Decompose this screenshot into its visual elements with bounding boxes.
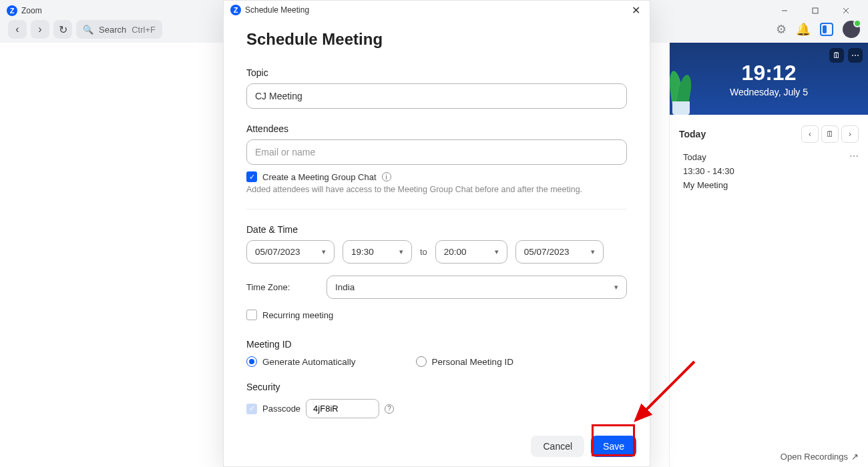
datetime-label: Date & Time [246, 224, 627, 235]
start-time-picker[interactable]: 19:30▾ [343, 240, 412, 264]
end-time-picker[interactable]: 20:00▾ [435, 240, 507, 264]
personal-id-radio[interactable]: Personal Meeting ID [416, 356, 513, 367]
passcode-label: Passcode [262, 404, 300, 414]
today-label: Today [679, 129, 706, 139]
end-date-picker[interactable]: 05/07/2023▾ [515, 240, 604, 264]
passcode-checkbox[interactable]: ✓ [246, 404, 257, 414]
radio-icon [246, 356, 257, 367]
generate-auto-radio[interactable]: Generate Automatically [246, 356, 356, 367]
topic-label: Topic [246, 67, 627, 78]
event-title: My Meeting [683, 179, 734, 193]
passcode-input[interactable] [306, 399, 379, 418]
chevron-down-icon: ▾ [614, 283, 618, 292]
window-maximize-button[interactable] [800, 0, 831, 21]
external-link-icon: ↗ [851, 452, 859, 462]
calendar-panel: 🗓 ⋯ 19:12 Wednesday, July 5 Today ‹ 🗓 › … [669, 43, 868, 467]
dialog-heading: Schedule Meeting [246, 30, 627, 49]
gear-icon[interactable]: ⚙ [776, 22, 787, 37]
attendees-label: Attendees [246, 123, 627, 134]
meeting-id-label: Meeting ID [246, 339, 627, 350]
info-icon[interactable]: i [382, 172, 391, 181]
app-name: Zoom [21, 6, 42, 15]
recurring-label: Recurring meeting [262, 310, 333, 320]
group-chat-checkbox[interactable]: ✓ [246, 171, 257, 182]
save-button[interactable]: Save [591, 436, 636, 457]
nav-forward-button[interactable]: › [31, 20, 49, 39]
zoom-app-icon: Z [230, 5, 241, 15]
search-icon: 🔍 [83, 25, 93, 35]
panel-toggle-button[interactable] [820, 23, 833, 36]
event-more-button[interactable]: ⋯ [849, 151, 859, 161]
radio-icon [416, 356, 427, 367]
topic-input[interactable] [246, 83, 627, 109]
attendees-input[interactable] [246, 139, 627, 165]
prev-day-button[interactable]: ‹ [801, 125, 819, 143]
info-icon[interactable]: ? [385, 404, 394, 414]
next-day-button[interactable]: › [841, 125, 859, 143]
search-box[interactable]: 🔍 Search Ctrl+F [76, 20, 162, 39]
hero-more-button[interactable]: ⋯ [848, 48, 863, 63]
event-day: Today [683, 151, 734, 165]
timezone-select[interactable]: India▾ [327, 276, 627, 299]
event-item[interactable]: Today 13:30 - 14:30 My Meeting ⋯ [670, 148, 868, 195]
group-chat-helper: Added attendees will have access to the … [246, 185, 627, 194]
avatar[interactable] [843, 21, 860, 38]
hero-time: 19:12 [742, 61, 797, 85]
window-minimize-button[interactable] [769, 0, 800, 21]
group-chat-label: Create a Meeting Group Chat [262, 172, 377, 182]
chevron-down-icon: ▾ [495, 248, 499, 256]
open-recordings-link[interactable]: Open Recordings ↗ [781, 452, 859, 462]
bell-icon[interactable]: 🔔 [796, 22, 811, 37]
cancel-button[interactable]: Cancel [531, 436, 584, 457]
chevron-down-icon: ▾ [399, 248, 403, 256]
svg-rect-1 [813, 8, 818, 13]
event-time: 13:30 - 14:30 [683, 165, 734, 179]
nav-back-button[interactable]: ‹ [8, 20, 27, 39]
dialog-close-button[interactable]: ✕ [629, 1, 643, 19]
hero-date: Wednesday, July 5 [730, 87, 808, 97]
chevron-down-icon: ▾ [591, 248, 595, 256]
recurring-checkbox[interactable] [246, 310, 257, 320]
search-label: Search [99, 25, 126, 35]
chevron-down-icon: ▾ [322, 248, 326, 256]
today-button[interactable]: 🗓 [821, 125, 839, 143]
divider [246, 209, 627, 209]
zoom-app-icon: Z [7, 5, 17, 16]
hero-datetime: 🗓 ⋯ 19:12 Wednesday, July 5 [670, 43, 868, 115]
search-shortcut: Ctrl+F [132, 25, 156, 35]
schedule-meeting-dialog: Z Schedule Meeting ✕ Schedule Meeting To… [223, 0, 650, 467]
history-button[interactable]: ↻ [53, 20, 72, 39]
timezone-label: Time Zone: [246, 282, 313, 292]
window-close-button[interactable] [831, 0, 861, 21]
hero-calendar-button[interactable]: 🗓 [829, 48, 844, 63]
plant-decoration [670, 68, 696, 115]
dialog-window-title: Schedule Meeting [245, 5, 309, 15]
start-date-picker[interactable]: 05/07/2023▾ [246, 240, 335, 264]
security-label: Security [246, 382, 627, 392]
to-label: to [420, 247, 427, 257]
